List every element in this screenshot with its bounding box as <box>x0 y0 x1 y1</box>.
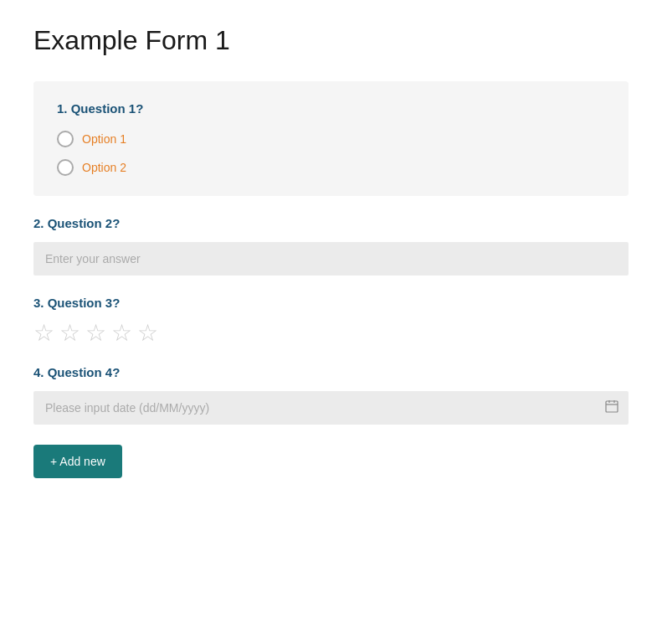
question-4-date-input[interactable] <box>33 391 629 425</box>
star-5[interactable]: ☆ <box>137 322 158 345</box>
star-3[interactable]: ☆ <box>85 322 106 345</box>
radio-option-2[interactable]: Option 2 <box>57 159 605 176</box>
question-4-block: 4. Question 4? <box>33 365 629 425</box>
radio-circle-1[interactable] <box>57 131 74 147</box>
question-2-input[interactable] <box>33 242 629 276</box>
page-title: Example Form 1 <box>33 25 629 56</box>
star-2[interactable]: ☆ <box>59 322 80 345</box>
star-rating: ☆ ☆ ☆ ☆ ☆ <box>33 322 629 345</box>
question-1-label: 1. Question 1? <box>57 101 605 116</box>
question-1-block: 1. Question 1? Option 1 Option 2 <box>33 81 629 196</box>
question-4-label: 4. Question 4? <box>33 365 629 379</box>
radio-circle-2[interactable] <box>57 159 74 176</box>
star-4[interactable]: ☆ <box>111 322 132 345</box>
question-2-block: 2. Question 2? <box>33 216 629 276</box>
question-3-block: 3. Question 3? ☆ ☆ ☆ ☆ ☆ <box>33 296 629 345</box>
question-2-label: 2. Question 2? <box>33 216 629 230</box>
radio-option-1[interactable]: Option 1 <box>57 131 605 147</box>
option-1-text: Option 1 <box>82 132 126 146</box>
add-new-button[interactable]: + Add new <box>33 445 122 478</box>
date-input-wrapper <box>33 391 629 425</box>
option-2-text: Option 2 <box>82 161 126 174</box>
question-3-label: 3. Question 3? <box>33 296 629 310</box>
star-1[interactable]: ☆ <box>33 322 54 345</box>
